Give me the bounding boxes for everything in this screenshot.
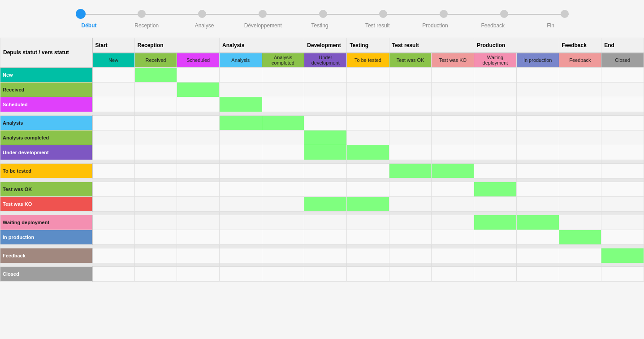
transition-cell[interactable] <box>304 197 347 212</box>
transition-cell[interactable] <box>389 164 432 178</box>
transition-cell[interactable] <box>389 182 432 197</box>
transition-cell[interactable] <box>262 230 304 245</box>
transition-cell[interactable] <box>177 248 220 263</box>
step-dot-analyse[interactable] <box>198 10 206 18</box>
transition-cell[interactable] <box>134 97 177 112</box>
transition-cell[interactable] <box>219 215 262 230</box>
transition-cell[interactable] <box>432 182 474 197</box>
transition-cell[interactable] <box>432 83 474 97</box>
transition-cell[interactable] <box>177 116 220 130</box>
transition-cell[interactable] <box>92 230 135 245</box>
transition-cell[interactable] <box>516 97 559 112</box>
transition-cell[interactable] <box>92 83 135 97</box>
transition-cell[interactable] <box>559 116 601 130</box>
transition-cell[interactable] <box>134 267 177 282</box>
transition-cell[interactable] <box>347 97 389 112</box>
transition-cell[interactable] <box>347 116 389 130</box>
transition-cell[interactable] <box>177 230 220 245</box>
transition-cell[interactable] <box>347 164 389 178</box>
transition-cell[interactable] <box>474 83 517 97</box>
transition-cell[interactable] <box>347 197 389 212</box>
transition-cell[interactable] <box>92 215 135 230</box>
transition-cell[interactable] <box>219 230 262 245</box>
transition-cell[interactable] <box>304 116 347 130</box>
transition-cell[interactable] <box>516 248 559 263</box>
transition-cell[interactable] <box>559 130 601 145</box>
transition-cell[interactable] <box>304 130 347 145</box>
transition-cell[interactable] <box>601 230 644 245</box>
transition-cell[interactable] <box>474 130 517 145</box>
transition-cell[interactable] <box>432 197 474 212</box>
transition-cell[interactable] <box>304 248 347 263</box>
transition-cell[interactable] <box>559 182 601 197</box>
transition-cell[interactable] <box>262 97 304 112</box>
transition-cell[interactable] <box>134 164 177 178</box>
transition-cell[interactable] <box>134 182 177 197</box>
transition-cell[interactable] <box>177 164 220 178</box>
transition-cell[interactable] <box>474 248 517 263</box>
transition-cell[interactable] <box>262 197 304 212</box>
transition-cell[interactable] <box>432 130 474 145</box>
transition-cell[interactable] <box>432 267 474 282</box>
transition-cell[interactable] <box>474 182 517 197</box>
transition-cell[interactable] <box>304 215 347 230</box>
transition-cell[interactable] <box>347 68 389 83</box>
transition-cell[interactable] <box>92 182 135 197</box>
transition-cell[interactable] <box>347 83 389 97</box>
transition-cell[interactable] <box>304 145 347 160</box>
transition-cell[interactable] <box>304 68 347 83</box>
transition-cell[interactable] <box>432 97 474 112</box>
transition-cell[interactable] <box>92 97 135 112</box>
transition-cell[interactable] <box>474 164 517 178</box>
transition-cell[interactable] <box>219 130 262 145</box>
transition-cell[interactable] <box>474 116 517 130</box>
transition-cell[interactable] <box>559 164 601 178</box>
transition-cell[interactable] <box>262 116 304 130</box>
transition-cell[interactable] <box>177 97 220 112</box>
transition-cell[interactable] <box>177 68 220 83</box>
transition-cell[interactable] <box>559 68 601 83</box>
transition-cell[interactable] <box>304 97 347 112</box>
transition-cell[interactable] <box>304 182 347 197</box>
transition-cell[interactable] <box>262 182 304 197</box>
transition-cell[interactable] <box>177 145 220 160</box>
transition-cell[interactable] <box>601 83 644 97</box>
transition-cell[interactable] <box>347 267 389 282</box>
transition-cell[interactable] <box>601 248 644 263</box>
transition-cell[interactable] <box>92 130 135 145</box>
transition-cell[interactable] <box>92 267 135 282</box>
transition-cell[interactable] <box>219 68 262 83</box>
transition-cell[interactable] <box>219 164 262 178</box>
transition-cell[interactable] <box>516 83 559 97</box>
transition-cell[interactable] <box>134 130 177 145</box>
transition-cell[interactable] <box>134 116 177 130</box>
transition-cell[interactable] <box>516 164 559 178</box>
transition-cell[interactable] <box>92 164 135 178</box>
transition-cell[interactable] <box>304 267 347 282</box>
transition-cell[interactable] <box>389 116 432 130</box>
transition-cell[interactable] <box>134 68 177 83</box>
step-dot-reception[interactable] <box>138 10 146 18</box>
transition-cell[interactable] <box>389 197 432 212</box>
transition-cell[interactable] <box>516 267 559 282</box>
transition-cell[interactable] <box>432 145 474 160</box>
transition-cell[interactable] <box>177 182 220 197</box>
transition-cell[interactable] <box>432 215 474 230</box>
transition-cell[interactable] <box>601 215 644 230</box>
transition-cell[interactable] <box>219 248 262 263</box>
transition-cell[interactable] <box>432 68 474 83</box>
transition-cell[interactable] <box>262 130 304 145</box>
transition-cell[interactable] <box>262 83 304 97</box>
transition-cell[interactable] <box>601 267 644 282</box>
transition-cell[interactable] <box>516 68 559 83</box>
transition-cell[interactable] <box>134 248 177 263</box>
transition-cell[interactable] <box>516 215 559 230</box>
transition-cell[interactable] <box>347 215 389 230</box>
transition-cell[interactable] <box>177 215 220 230</box>
step-dot-test-result[interactable] <box>379 10 387 18</box>
transition-cell[interactable] <box>134 83 177 97</box>
transition-cell[interactable] <box>432 116 474 130</box>
transition-cell[interactable] <box>219 97 262 112</box>
transition-cell[interactable] <box>389 130 432 145</box>
transition-cell[interactable] <box>177 130 220 145</box>
